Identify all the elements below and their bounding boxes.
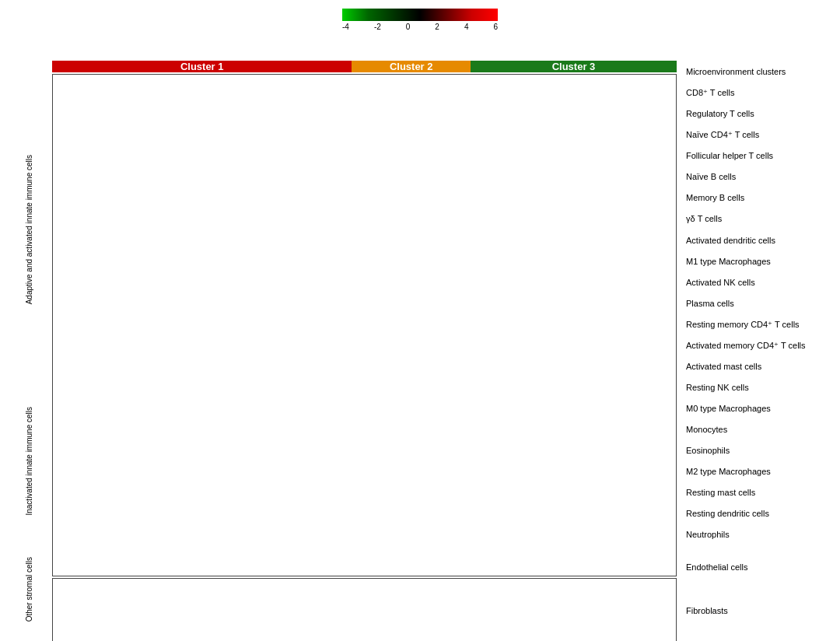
row-label-2-1: Fibroblasts — [686, 606, 832, 616]
tick-6: 6 — [493, 23, 498, 31]
row-label-1-2: Monocytes — [686, 425, 832, 435]
row-label-1-6: Resting dendritic cells — [686, 509, 832, 519]
row-label-0-6: γδ T cells — [686, 214, 832, 224]
heatmap-area: Cluster 1Cluster 2Cluster 3 — [52, 61, 677, 633]
row-label-1-5: Resting mast cells — [686, 488, 832, 498]
rotated-label-0: Adaptive and activated innate immune cel… — [25, 155, 33, 304]
cluster-box-3: Cluster 3 — [471, 61, 677, 72]
row-label-1-1: M0 type Macrophages — [686, 404, 832, 414]
group-labels: Adaptive and activated innate immune cel… — [8, 61, 51, 633]
row-labels-section-0: CD8⁺ T cellsRegulatory T cellsNaïve CD4⁺… — [681, 82, 832, 377]
row-label-0-11: Resting memory CD4⁺ T cells — [686, 320, 832, 330]
row-label-1-7: Neutrophils — [686, 530, 832, 540]
row-label-1-4: M2 type Macrophages — [686, 467, 832, 477]
row-label-0-12: Activated memory CD4⁺ T cells — [686, 341, 832, 351]
tick-3: 0 — [406, 23, 411, 31]
rotated-label-1: Inactivated innate immune cells — [25, 407, 33, 516]
section-1 — [52, 628, 677, 641]
row-label-0-9: Activated NK cells — [686, 278, 832, 288]
row-label-0-3: Follicular helper T cells — [686, 151, 832, 161]
cluster-header: Cluster 1Cluster 2Cluster 3 — [52, 61, 677, 72]
row-label-0-0: CD8⁺ T cells — [686, 88, 832, 98]
main-layout: Adaptive and activated innate immune cel… — [8, 61, 832, 633]
row-label-0-8: M1 type Macrophages — [686, 257, 832, 267]
cluster-header-right-label: Microenvironment clusters — [681, 61, 832, 82]
heatmap-canvas-wrap-0 — [52, 74, 677, 626]
cluster-box-2: Cluster 2 — [352, 61, 471, 72]
heatmap-canvas-1 — [53, 629, 676, 641]
row-label-0-10: Plasma cells — [686, 299, 832, 309]
row-label-0-13: Activated mast cells — [686, 362, 832, 372]
main-container: -4 -2 0 2 4 6 Adaptive and activated inn… — [0, 0, 840, 641]
tick-1: -4 — [342, 23, 349, 31]
heatmap-canvas-0 — [53, 75, 676, 625]
rotated-label-2: Other stromal cells — [25, 557, 33, 622]
section-0 — [52, 74, 677, 626]
row-label-1-3: Eosinophils — [686, 446, 832, 456]
row-labels-section-1: Resting NK cellsM0 type MacrophagesMonoc… — [681, 377, 832, 545]
tick-4: 2 — [435, 23, 439, 31]
legend-bar — [342, 9, 498, 21]
legend-ticks: -4 -2 0 2 4 6 — [342, 23, 498, 31]
row-label-0-1: Regulatory T cells — [686, 109, 832, 119]
legend-bar-wrap — [342, 9, 498, 21]
row-label-0-4: Naïve B cells — [686, 172, 832, 182]
row-label-0-5: Memory B cells — [686, 193, 832, 203]
tick-2: -2 — [374, 23, 381, 31]
group-label-0: Adaptive and activated innate immune cel… — [8, 82, 51, 377]
row-label-1-0: Resting NK cells — [686, 383, 832, 393]
row-label-0-7: Activated dendritic cells — [686, 236, 832, 246]
legend-area: -4 -2 0 2 4 6 — [342, 6, 498, 31]
heatmap-sections — [52, 74, 677, 641]
tick-5: 4 — [464, 23, 469, 31]
row-label-2-0: Endothelial cells — [686, 562, 832, 573]
row-label-0-2: Naïve CD4⁺ T cells — [686, 130, 832, 140]
row-labels: Microenvironment clustersCD8⁺ T cellsReg… — [677, 61, 832, 633]
heatmap-canvas-wrap-1 — [52, 628, 677, 641]
row-labels-section-2: Endothelial cellsFibroblasts — [681, 545, 832, 633]
group-label-2: Other stromal cells — [8, 545, 51, 633]
group-label-1: Inactivated innate immune cells — [8, 377, 51, 545]
cluster-box-1: Cluster 1 — [52, 61, 352, 72]
